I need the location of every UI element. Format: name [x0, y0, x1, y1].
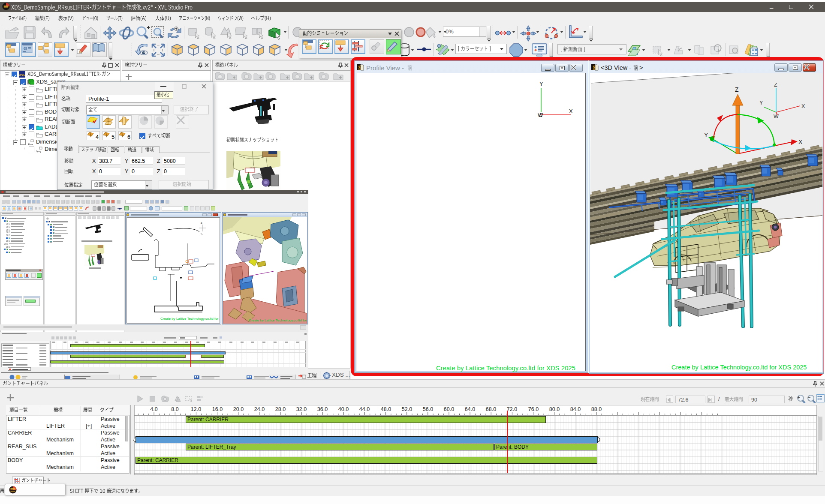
svg-text:56.0: 56.0 [423, 406, 433, 412]
svg-text:68.0: 68.0 [486, 406, 496, 412]
svg-text:52.0: 52.0 [402, 406, 412, 412]
svg-text:XVL: XVL [358, 65, 361, 70]
svg-text:Y: Y [759, 100, 763, 106]
svg-text:60.0: 60.0 [444, 406, 454, 412]
svg-text:Create by Lattice Technology.c: Create by Lattice Technology.co.ltd for … [160, 317, 220, 321]
svg-text:40.0: 40.0 [338, 406, 349, 412]
svg-text:Z: Z [201, 222, 202, 224]
svg-text:24.0: 24.0 [254, 406, 265, 412]
svg-text:Z: Z [735, 86, 739, 93]
svg-text:80.0: 80.0 [549, 406, 560, 412]
svg-text:36.0: 36.0 [317, 406, 328, 412]
svg-text:76.0: 76.0 [528, 406, 539, 412]
svg-text:Y: Y [704, 132, 708, 138]
svg-text:XVL: XVL [593, 65, 596, 70]
svg-text:72.0: 72.0 [507, 406, 517, 412]
svg-text:16.0: 16.0 [212, 406, 223, 412]
svg-text:X: X [801, 103, 805, 109]
svg-text:8.0: 8.0 [171, 406, 178, 412]
svg-text:Create by Lattice Technology.c: Create by Lattice Technology.co.ltd for … [671, 364, 807, 371]
svg-text:Z: Z [539, 112, 542, 118]
svg-text:84.0: 84.0 [570, 406, 581, 412]
svg-text:64.0: 64.0 [465, 406, 475, 412]
svg-text:28.0: 28.0 [275, 406, 286, 412]
svg-text:12.0: 12.0 [191, 406, 201, 412]
svg-text:W: W [774, 114, 779, 120]
svg-text:Create by Lattice Technology.c: Create by Lattice Technology.co.ltd for … [249, 318, 307, 322]
svg-text:Y: Y [539, 81, 543, 87]
svg-text:44.0: 44.0 [359, 406, 370, 412]
svg-text:4.0: 4.0 [150, 406, 157, 412]
svg-text:48.0: 48.0 [381, 406, 391, 412]
svg-text:X: X [569, 108, 573, 114]
svg-text:20.0: 20.0 [233, 406, 244, 412]
svg-text:32.0: 32.0 [296, 406, 307, 412]
svg-text:Z: Z [774, 82, 777, 88]
svg-text:XVL: XVL [19, 73, 25, 77]
svg-text:X: X [798, 138, 803, 145]
svg-text:88.0: 88.0 [591, 406, 602, 412]
